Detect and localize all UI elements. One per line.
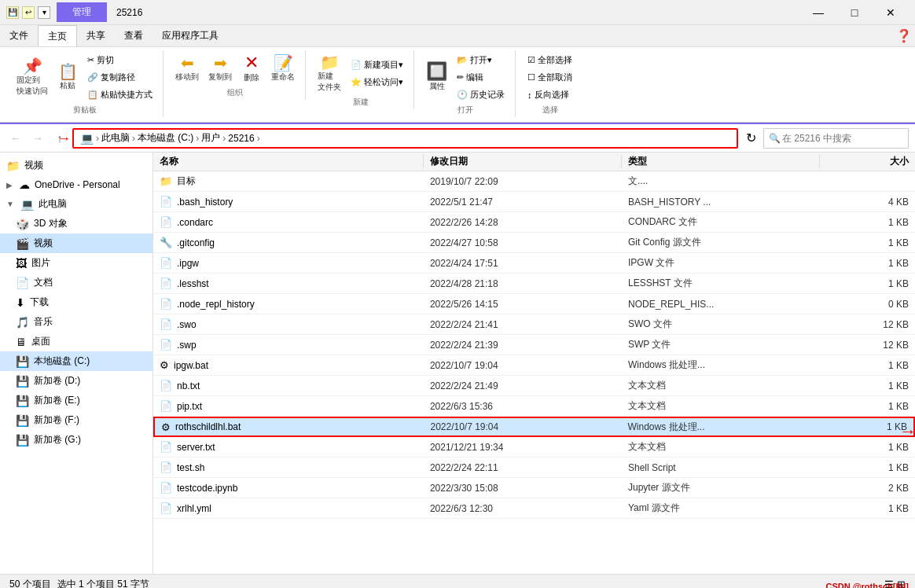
new-item-button[interactable]: 📄 新建项目▾ (347, 57, 407, 73)
clipboard-label: 剪贴板 (73, 105, 97, 116)
title-icons: 💾 ↩ ▾ (6, 6, 50, 19)
path-sep-2: › (132, 133, 135, 144)
paste-shortcut-button[interactable]: 📋 粘贴快捷方式 (83, 86, 156, 103)
menu-view[interactable]: 查看 (115, 25, 152, 46)
table-row[interactable]: 📄 pip.txt 2022/6/3 15:36 文本文档 1 KB (153, 396, 915, 417)
refresh-button[interactable]: ↻ (741, 129, 760, 148)
table-row[interactable]: 📄 .swo 2022/2/24 21:41 SWO 文件 12 KB (153, 314, 915, 335)
table-row[interactable]: 📄 .ipgw 2022/4/24 17:51 IPGW 文件 1 KB (153, 253, 915, 274)
cut-button[interactable]: ✂ 剪切 (83, 52, 156, 68)
sidebar-item-onedrive[interactable]: ▶ ☁ OneDrive - Personal (0, 175, 152, 194)
table-row[interactable]: 📁 目标 2019/10/7 22:09 文.... (153, 171, 915, 192)
copy-path-button[interactable]: 🔗 复制路径 (83, 69, 156, 86)
sidebar-item-localc[interactable]: 💾 本地磁盘 (C:) (0, 351, 152, 371)
sidebar-item-desktop[interactable]: 🖥 桌面 (0, 332, 152, 351)
delete-button[interactable]: ✕ 删除 (237, 52, 266, 86)
search-input[interactable] (782, 133, 903, 144)
sidebar-item-drivee[interactable]: 💾 新加卷 (E:) (0, 391, 152, 410)
header-name[interactable]: 名称 (153, 155, 424, 168)
dropdown-icon[interactable]: ▾ (38, 6, 50, 19)
open-button[interactable]: 📂 打开▾ (453, 52, 509, 68)
table-row[interactable]: ⚙ rothschildlhl.bat 2022/10/7 19:04 Wind… (153, 417, 915, 437)
sidebar-item-music[interactable]: 🎵 音乐 (0, 312, 152, 332)
sidebar-item-video[interactable]: 🎬 视频 (0, 233, 152, 253)
header-size[interactable]: 大小 (820, 155, 915, 168)
address-path[interactable]: → 💻 › 此电脑 › 本地磁盘 (C:) › 用户 › 25216 › (72, 128, 738, 149)
undo-icon[interactable]: ↩ (22, 6, 35, 19)
menu-apptools[interactable]: 应用程序工具 (152, 25, 228, 46)
save-icon[interactable]: 💾 (6, 6, 19, 19)
properties-button[interactable]: 🔲 属性 (422, 61, 451, 94)
pin-to-quickaccess-button[interactable]: 📌 固定到快速访问 (13, 56, 52, 99)
history-button[interactable]: 🕐 历史记录 (453, 86, 509, 103)
back-button[interactable]: ← (6, 129, 25, 148)
annotation-arrow-path: → (57, 130, 71, 146)
table-row[interactable]: 📄 server.txt 2021/12/21 19:34 文本文档 1 KB (153, 437, 915, 458)
table-row[interactable]: 📄 testcode.ipynb 2022/3/30 15:08 Jupyter… (153, 478, 915, 498)
table-row[interactable]: 📄 .condarc 2022/2/26 14:28 CONDARC 文件 1 … (153, 212, 915, 233)
table-row[interactable]: 📄 nb.txt 2022/2/24 21:49 文本文档 1 KB (153, 376, 915, 396)
file-date: 2022/4/27 10:58 (424, 237, 622, 248)
sidebar-item-thispc[interactable]: ▼ 💻 此电脑 (0, 194, 152, 214)
copy-to-button[interactable]: ➡ 复制到 (204, 53, 236, 85)
table-row[interactable]: 📄 .node_repl_history 2022/5/26 14:15 NOD… (153, 294, 915, 314)
file-date: 2022/5/1 21:47 (424, 197, 622, 208)
menu-bar: 文件 主页 共享 查看 应用程序工具 ❓ (0, 25, 915, 47)
ribbon-content: 📌 固定到快速访问 📋 粘贴 ✂ 剪切 🔗 复制路径 (0, 47, 915, 123)
move-to-button[interactable]: ⬅ 移动到 (171, 53, 203, 85)
header-date[interactable]: 修改日期 (424, 155, 622, 168)
invert-selection-button[interactable]: ↕ 反向选择 (524, 86, 576, 103)
forward-button[interactable]: → (28, 129, 47, 148)
invert-icon: ↕ (527, 90, 532, 100)
paste-button[interactable]: 📋 粘贴 (53, 61, 82, 94)
history-icon: 🕐 (457, 90, 468, 100)
close-button[interactable]: ✕ (873, 0, 909, 25)
file-type: Git Config 源文件 (622, 236, 820, 249)
header-type[interactable]: 类型 (622, 155, 820, 168)
easy-access-button[interactable]: ⭐ 轻松访问▾ (347, 74, 407, 90)
properties-label: 属性 (429, 81, 445, 92)
ribbon-tab-manage[interactable]: 管理 (57, 2, 107, 22)
sidebar-item-3d[interactable]: 🎲 3D 对象 (0, 214, 152, 233)
path-sep-1: › (96, 133, 99, 144)
deselect-all-button[interactable]: ☐ 全部取消 (524, 69, 576, 86)
sidebar-item-videos-top[interactable]: 📁 视频 (0, 156, 152, 175)
sidebar-item-driveg[interactable]: 💾 新加卷 (G:) (0, 430, 152, 450)
sidebar-item-drivef[interactable]: 💾 新加卷 (F:) (0, 410, 152, 430)
table-row[interactable]: 📄 .lesshst 2022/4/28 21:18 LESSHST 文件 1 … (153, 274, 915, 294)
table-row[interactable]: 📄 .swp 2022/2/24 21:39 SWP 文件 12 KB (153, 335, 915, 355)
menu-share[interactable]: 共享 (77, 25, 115, 46)
file-date: 2022/4/24 17:51 (424, 258, 622, 269)
menu-home[interactable]: 主页 (38, 25, 77, 46)
driveg-label: 新加卷 (G:) (34, 433, 81, 447)
sidebar-item-downloads[interactable]: ⬇ 下载 (0, 292, 152, 312)
minimize-button[interactable]: — (800, 0, 836, 25)
copy-path-label: 复制路径 (101, 72, 135, 83)
table-row[interactable]: ⚙ ipgw.bat 2022/10/7 19:04 Windows 批处理..… (153, 355, 915, 376)
select-label: 选择 (542, 105, 558, 116)
file-name-text: .gitconfig (177, 237, 215, 248)
rename-button[interactable]: 📝 重命名 (267, 53, 299, 85)
help-button[interactable]: ❓ (896, 28, 912, 43)
sidebar-item-pictures[interactable]: 🖼 图片 (0, 253, 152, 273)
table-row[interactable]: 📄 .bash_history 2022/5/1 21:47 BASH_HIST… (153, 192, 915, 212)
menu-file[interactable]: 文件 (0, 25, 38, 46)
sidebar-item-documents[interactable]: 📄 文档 (0, 273, 152, 292)
file-date: 2022/2/24 21:41 (424, 319, 622, 330)
maximize-button[interactable]: □ (836, 0, 873, 25)
open-icon: 📂 (457, 55, 468, 65)
table-row[interactable]: 📄 test.sh 2022/2/24 22:11 Shell Script 1… (153, 458, 915, 478)
file-type: NODE_REPL_HIS... (622, 299, 820, 310)
file-date: 2022/6/3 15:36 (424, 401, 622, 412)
select-all-button[interactable]: ☑ 全部选择 (524, 52, 576, 68)
path-sep-4: › (222, 133, 226, 144)
sidebar-item-drived[interactable]: 💾 新加卷 (D:) (0, 371, 152, 391)
open-small-group: 📂 打开▾ ✏ 编辑 🕐 历史记录 (453, 52, 509, 103)
file-size: 1 KB (819, 421, 913, 432)
table-row[interactable]: 🔧 .gitconfig 2022/4/27 10:58 Git Config … (153, 233, 915, 253)
table-row[interactable]: 📄 xrlhl.yml 2022/6/3 12:30 Yaml 源文件 1 KB (153, 498, 915, 519)
localc-label: 本地磁盘 (C:) (34, 355, 90, 368)
new-folder-button[interactable]: 📁 新建文件夹 (314, 52, 345, 95)
file-date: 2022/2/24 21:49 (424, 380, 622, 391)
edit-button[interactable]: ✏ 编辑 (453, 69, 509, 86)
